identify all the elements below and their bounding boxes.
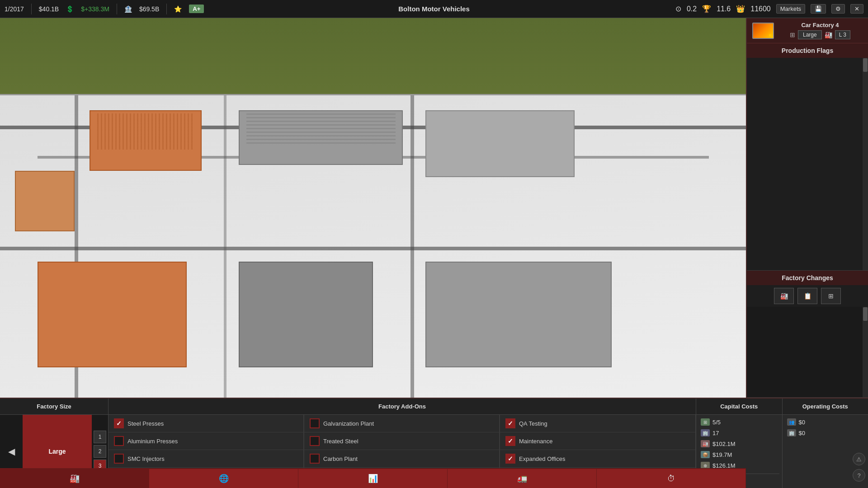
factory-changes-header: Factory Changes bbox=[747, 271, 868, 285]
building-op-icon: 🏢 bbox=[787, 429, 796, 436]
qa-testing-checkbox[interactable] bbox=[505, 418, 515, 428]
level-2-btn[interactable]: 2 bbox=[94, 445, 106, 458]
maintenance-checkbox[interactable] bbox=[505, 436, 515, 446]
debt-icon: 🏦 bbox=[124, 5, 132, 13]
staff-op-icon: 👥 bbox=[787, 418, 796, 426]
level-1-btn[interactable]: 1 bbox=[94, 431, 106, 443]
size-cost-icon: ⊞ bbox=[701, 418, 710, 426]
game-view bbox=[0, 18, 746, 398]
addon-treated-steel: Treated Steel bbox=[304, 432, 500, 450]
aluminium-presses-label: Aluminium Presses bbox=[127, 438, 178, 445]
money-icon: 💲 bbox=[66, 5, 74, 13]
production-flags-section: Production Flags bbox=[747, 43, 868, 271]
capital-addon-value: $19.7M bbox=[712, 451, 732, 458]
capital-factory-value: $102.1M bbox=[712, 441, 736, 447]
expand-icon[interactable]: ⊞ bbox=[790, 31, 795, 38]
save-button[interactable]: 💾 bbox=[811, 4, 826, 14]
expanded-offices-checkbox[interactable] bbox=[505, 454, 515, 464]
aluminium-presses-checkbox[interactable] bbox=[114, 436, 124, 446]
trophy-icon: 🏆 bbox=[702, 5, 711, 13]
changes-factory-btn[interactable]: 🏭 bbox=[774, 288, 794, 304]
alert-button[interactable]: ⚠ bbox=[853, 453, 865, 465]
capital-row-4: 📦 $19.7M bbox=[699, 450, 779, 459]
changes-scrollbar[interactable] bbox=[863, 307, 868, 397]
addon-expanded-offices: Expanded Offices bbox=[500, 450, 696, 468]
production-flags-header: Production Flags bbox=[747, 43, 868, 58]
carbon-plant-checkbox[interactable] bbox=[310, 454, 320, 464]
addon-carbon-plant: Carbon Plant bbox=[304, 450, 500, 468]
factory-changes-icons: 🏭 📋 ⊞ bbox=[747, 285, 868, 307]
smc-injectors-label: SMC Injectors bbox=[127, 455, 165, 462]
op-staff-value: $0 bbox=[799, 419, 805, 426]
changes-grid-btn[interactable]: ⊞ bbox=[821, 288, 841, 304]
maintenance-label: Maintenance bbox=[519, 438, 552, 445]
capital-row-2: 🏢 17 bbox=[699, 428, 779, 437]
total-money: $40.1B bbox=[39, 5, 59, 13]
addon-galvanization-plant: Galvanization Plant bbox=[304, 415, 500, 432]
galvanization-checkbox[interactable] bbox=[310, 418, 320, 428]
addon-smc-injectors: SMC Injectors bbox=[108, 450, 304, 468]
crown-icon: 👑 bbox=[736, 5, 745, 13]
flags-scrollbar[interactable] bbox=[863, 58, 868, 270]
nav-chart-btn[interactable]: 📊 bbox=[298, 469, 448, 488]
treated-steel-checkbox[interactable] bbox=[310, 436, 320, 446]
capital-building-value: 17 bbox=[712, 430, 719, 436]
nav-factory-btn[interactable]: 🏭 bbox=[0, 469, 149, 488]
nav-clock-btn[interactable]: ⏱ bbox=[597, 469, 746, 488]
addon-qa-testing: QA Testing bbox=[500, 415, 696, 432]
carbon-plant-label: Carbon Plant bbox=[323, 455, 358, 462]
factory-logo bbox=[752, 23, 774, 39]
op-building-value: $0 bbox=[799, 430, 805, 436]
capital-size-value: 5/5 bbox=[712, 419, 721, 426]
steel-presses-checkbox[interactable] bbox=[114, 418, 124, 428]
debt: $69.5B bbox=[139, 5, 159, 13]
markets-button[interactable]: Markets bbox=[776, 4, 805, 14]
factory-changes-section: Factory Changes 🏭 📋 ⊞ bbox=[747, 271, 868, 398]
factory-changes-body bbox=[747, 307, 868, 397]
action-buttons: ⚠ ? bbox=[785, 449, 866, 485]
qa-testing-label: QA Testing bbox=[519, 420, 547, 427]
circle-icon: ⊙ bbox=[675, 5, 681, 13]
date: 1/2017 bbox=[5, 5, 24, 13]
op-row-1: 👥 $0 bbox=[785, 418, 866, 427]
operating-costs-list: 👥 $0 🏢 $0 ⚠ ? bbox=[783, 415, 868, 488]
income: $+338.3M bbox=[81, 5, 109, 13]
changes-table-btn[interactable]: 📋 bbox=[797, 288, 817, 304]
capital-costs-header: Capital Costs bbox=[696, 399, 783, 414]
help-button[interactable]: ? bbox=[853, 469, 865, 482]
operating-costs-header: Operating Costs bbox=[783, 399, 868, 414]
addons-header: Factory Add-Ons bbox=[378, 403, 426, 410]
nav-globe-btn[interactable]: 🌐 bbox=[149, 469, 298, 488]
addon-cost-icon: 📦 bbox=[701, 451, 710, 458]
right-panel: Car Factory 4 ⊞ Large 🏭 L 3 Production F… bbox=[746, 18, 868, 398]
topbar-right: ⊙ 0.2 🏆 11.6 👑 11600 Markets 💾 ⚙ ✕ bbox=[675, 4, 863, 14]
nav-truck-btn[interactable]: 🚛 bbox=[448, 469, 597, 488]
changes-scroll-thumb[interactable] bbox=[863, 307, 868, 321]
rating-icon: ⭐ bbox=[174, 5, 182, 13]
factory-building-icon: 🏭 bbox=[825, 31, 832, 38]
game-title: Bolton Motor Vehicles bbox=[398, 5, 470, 13]
flags-scroll-thumb[interactable] bbox=[863, 58, 868, 72]
addon-maintenance: Maintenance bbox=[500, 432, 696, 450]
divider2 bbox=[117, 4, 117, 14]
settings-button[interactable]: ⚙ bbox=[831, 4, 845, 14]
close-button[interactable]: ✕ bbox=[850, 4, 863, 14]
factory-size-button[interactable]: Large bbox=[798, 30, 822, 39]
expanded-offices-label: Expanded Offices bbox=[519, 455, 565, 462]
stat1: 0.2 bbox=[687, 5, 697, 13]
credit-rating: A+ bbox=[189, 5, 204, 13]
costs-headers: Capital Costs Operating Costs bbox=[696, 399, 868, 415]
factory-title: Car Factory 4 bbox=[801, 22, 839, 28]
factory-cost-icon: 🏭 bbox=[701, 440, 710, 447]
galvanization-label: Galvanization Plant bbox=[323, 420, 374, 427]
production-flags-content bbox=[747, 58, 868, 270]
topbar: 1/2017 $40.1B 💲 $+338.3M 🏦 $69.5B ⭐ A+ B… bbox=[0, 0, 868, 18]
smc-injectors-checkbox[interactable] bbox=[114, 454, 124, 464]
stat2: 11.6 bbox=[717, 5, 731, 13]
bottom-nav: 🏭 🌐 📊 🚛 ⏱ bbox=[0, 468, 746, 488]
capital-row-1: ⊞ 5/5 bbox=[699, 418, 779, 427]
stat3: 11600 bbox=[750, 5, 771, 13]
capital-row-3: 🏭 $102.1M bbox=[699, 439, 779, 448]
factory-header: Car Factory 4 ⊞ Large 🏭 L 3 bbox=[747, 18, 868, 43]
factory-size-header: Factory Size bbox=[0, 399, 108, 415]
